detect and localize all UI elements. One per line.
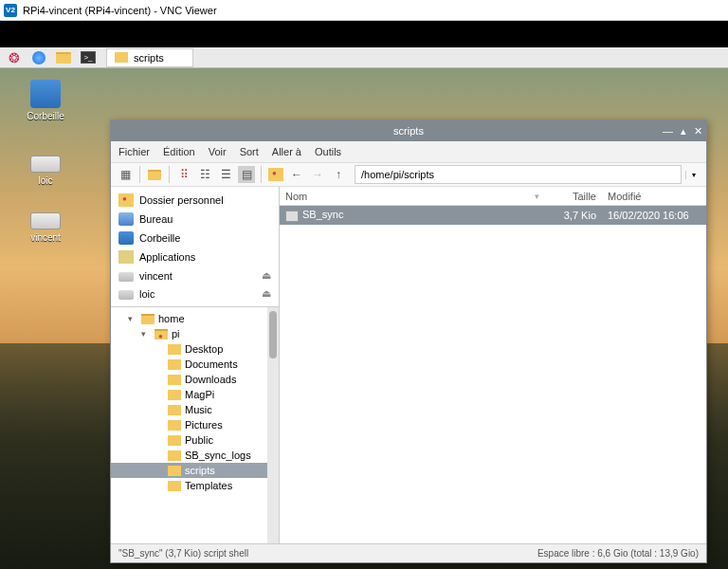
sidebar-place-loic[interactable]: loic⏏ <box>111 284 279 303</box>
tree-item-public[interactable]: Public <box>111 432 279 448</box>
menu-aller à[interactable]: Aller à <box>272 146 301 157</box>
col-name[interactable]: Nom <box>280 191 529 202</box>
view-detail-icon[interactable]: ▤ <box>238 166 255 183</box>
path-dropdown-icon[interactable]: ▾ <box>685 171 701 179</box>
menu-édition[interactable]: Édition <box>163 146 195 157</box>
folder-icon <box>168 375 181 385</box>
file-list[interactable]: Nom ▾ Taille Modifié SB_sync3,7 Kio16/02… <box>280 187 706 543</box>
menu-outils[interactable]: Outils <box>315 146 341 157</box>
sidebar-place-corbeille[interactable]: Corbeille <box>111 229 279 248</box>
status-right: Espace libre : 6,6 Gio (total : 13,9 Gio… <box>537 548 699 559</box>
tree-item-home[interactable]: ▾home <box>111 311 279 326</box>
menu-sort[interactable]: Sort <box>240 146 259 157</box>
tree-label: pi <box>172 328 180 340</box>
tree-item-templates[interactable]: Templates <box>111 478 279 493</box>
desktop[interactable]: Corbeilleloicvincent scripts — ▴ ✕ Fichi… <box>0 68 728 569</box>
file-size: 3,7 Kio <box>545 210 602 221</box>
tree-arrow-icon[interactable]: ▾ <box>128 314 137 323</box>
browser-icon[interactable] <box>29 49 48 66</box>
menu-fichier[interactable]: Fichier <box>118 146 150 157</box>
tree-arrow-icon[interactable]: ▾ <box>141 329 151 339</box>
new-folder-icon[interactable] <box>146 166 163 183</box>
drive-icon <box>30 212 61 229</box>
col-modified[interactable]: Modifié <box>602 191 706 202</box>
file-date: 16/02/2020 16:06 <box>602 210 706 221</box>
taskbar-app-button[interactable]: scripts <box>106 48 193 67</box>
sidebar-place-applications[interactable]: Applications <box>111 248 279 266</box>
place-label: loic <box>139 288 155 300</box>
folder-icon <box>168 405 181 415</box>
folder-icon <box>168 359 181 370</box>
place-label: Applications <box>139 251 195 263</box>
eject-icon[interactable]: ⏏ <box>262 287 271 300</box>
tree-label: SB_sync_logs <box>185 450 251 461</box>
new-tab-icon[interactable]: ▦ <box>117 166 134 183</box>
sb-desk-icon <box>118 212 134 226</box>
folder-icon <box>115 52 128 63</box>
file-name: SB_sync <box>302 209 343 220</box>
eject-icon[interactable]: ⏏ <box>262 269 271 282</box>
tree-item-scripts[interactable]: scripts <box>111 463 279 478</box>
view-icons-icon[interactable]: ⠿ <box>175 166 192 183</box>
sb-trash-icon <box>118 231 134 245</box>
tree-label: Music <box>185 404 212 415</box>
tree-label: Pictures <box>185 419 223 431</box>
file-manager-window: scripts — ▴ ✕ FichierÉditionVoirSortAlle… <box>110 119 707 563</box>
view-compact-icon[interactable]: ☷ <box>196 166 213 183</box>
sidebar-place-vincent[interactable]: vincent⏏ <box>111 266 279 284</box>
files-icon[interactable] <box>54 49 73 66</box>
folder-tree[interactable]: ▾home▾piDesktopDocumentsDownloadsMagPiMu… <box>111 306 279 543</box>
folder-icon <box>168 481 181 491</box>
place-label: Corbeille <box>139 232 180 244</box>
tree-item-documents[interactable]: Documents <box>111 357 279 372</box>
tree-item-desktop[interactable]: Desktop <box>111 341 279 357</box>
sb-app-icon <box>118 250 134 264</box>
place-label: Bureau <box>139 213 173 225</box>
maximize-icon[interactable]: ▴ <box>681 125 686 138</box>
tree-item-pictures[interactable]: Pictures <box>111 417 279 432</box>
folder-icon <box>168 344 181 355</box>
desktop-icon-loic[interactable]: loic <box>19 146 72 186</box>
menu-raspberry-icon[interactable]: ❂ <box>5 49 24 66</box>
folder-icon <box>168 435 181 446</box>
folder-icon <box>168 466 181 476</box>
file-row[interactable]: SB_sync3,7 Kio16/02/2020 16:06 <box>280 206 706 225</box>
nav-home-icon[interactable] <box>267 166 284 183</box>
path-text: /home/pi/scripts <box>361 169 434 180</box>
fm-titlebar[interactable]: scripts — ▴ ✕ <box>111 120 706 141</box>
place-label: vincent <box>139 270 173 282</box>
nav-up-icon[interactable]: ↑ <box>330 166 347 183</box>
path-input[interactable]: /home/pi/scripts <box>355 165 682 184</box>
sidebar-place-bureau[interactable]: Bureau <box>111 210 279 229</box>
tree-label: Public <box>185 434 213 446</box>
nav-back-icon[interactable]: ← <box>288 166 305 183</box>
tree-item-magpi[interactable]: MagPi <box>111 387 279 402</box>
nav-forward-icon[interactable]: → <box>309 166 326 183</box>
desktop-icon-corbeille[interactable]: Corbeille <box>19 80 72 121</box>
tree-label: home <box>158 313 185 324</box>
tree-item-pi[interactable]: ▾pi <box>111 326 279 341</box>
vnc-titlebar: V2 RPi4-vincent (RPi4-vincent) - VNC Vie… <box>0 0 728 21</box>
sidebar-place-personal[interactable]: Dossier personnel <box>111 191 279 210</box>
tree-label: scripts <box>185 465 215 476</box>
tree-label: Documents <box>185 358 238 370</box>
fm-toolbar: ▦ ⠿ ☷ ☰ ▤ ← → ↑ /home/pi/scripts ▾ <box>111 162 706 187</box>
minimize-icon[interactable]: — <box>663 125 673 138</box>
status-left: "SB_sync" (3,7 Kio) script shell <box>118 548 248 559</box>
menu-voir[interactable]: Voir <box>209 146 227 157</box>
view-list-icon[interactable]: ☰ <box>217 166 234 183</box>
icon-label: Corbeille <box>19 111 72 121</box>
desktop-icon-vincent[interactable]: vincent <box>19 203 72 243</box>
col-size[interactable]: Taille <box>545 191 602 202</box>
tree-scrollbar[interactable] <box>267 307 279 543</box>
tree-item-music[interactable]: Music <box>111 402 279 417</box>
tree-item-downloads[interactable]: Downloads <box>111 372 279 387</box>
drive-icon <box>30 156 61 173</box>
terminal-icon[interactable]: >_ <box>79 49 98 66</box>
sb-drive-icon <box>118 290 134 300</box>
taskbar-app-label: scripts <box>134 52 164 64</box>
tree-item-sb_sync_logs[interactable]: SB_sync_logs <box>111 448 279 463</box>
close-icon[interactable]: ✕ <box>694 125 702 138</box>
file-list-header[interactable]: Nom ▾ Taille Modifié <box>280 187 706 206</box>
taskbar: ❂ >_ scripts <box>0 47 728 68</box>
